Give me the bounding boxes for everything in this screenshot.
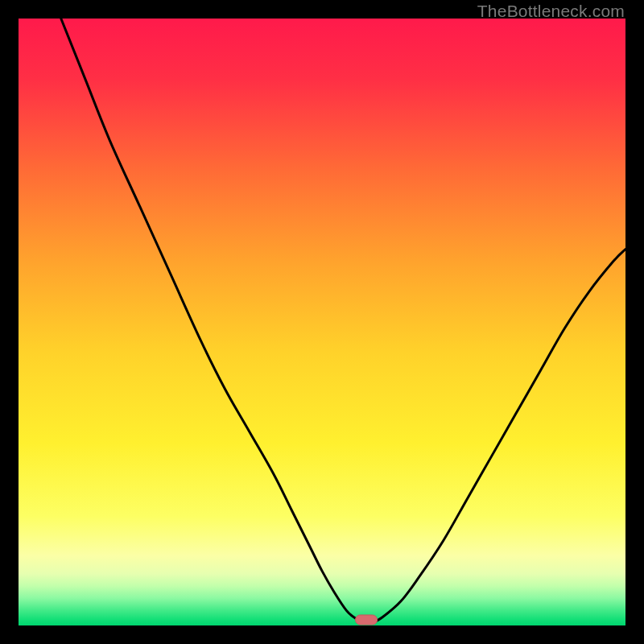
chart-stage: TheBottleneck.com	[0, 0, 644, 644]
plot-area	[19, 19, 625, 625]
bottleneck-curve	[61, 19, 625, 622]
optimal-marker	[355, 615, 377, 625]
attribution-text: TheBottleneck.com	[477, 2, 625, 21]
curve-layer	[19, 19, 625, 625]
